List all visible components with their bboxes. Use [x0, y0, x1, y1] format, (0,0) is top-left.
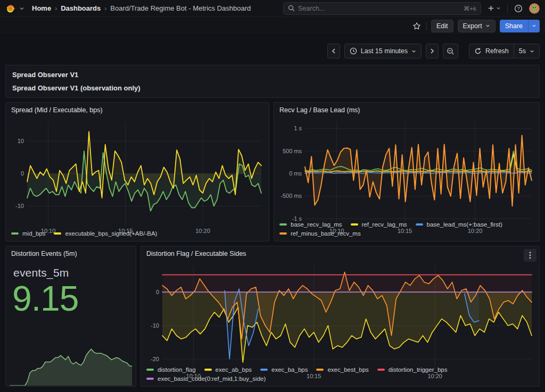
- panel-spread: Spread (Mid / Executable, bps) 100-1010:…: [5, 102, 269, 241]
- legend-swatch: [146, 378, 154, 380]
- legend-item[interactable]: exec_best_bps: [316, 366, 368, 373]
- recv-lag-chart[interactable]: 1 s500 ms0 ms-500 ms-1 s10:1010:1510:20: [277, 116, 536, 220]
- top-nav: Home › Dashboards › Board/Trade Regime B…: [0, 0, 545, 17]
- series-fill: [162, 275, 532, 293]
- legend-item[interactable]: exec_basis_code(0:ref_mid,1:buy_side): [146, 376, 266, 382]
- panel-title[interactable]: Recv Lag / Base Lead (ms): [274, 103, 539, 115]
- legend-label: base_lead_ms(+:base_first): [427, 221, 502, 228]
- svg-text:?: ?: [517, 6, 520, 11]
- time-shift-forward-button[interactable]: [426, 44, 439, 59]
- grafana-logo[interactable]: [5, 3, 16, 14]
- chart-svg: 0-10-2010:1010:1510:20: [144, 260, 536, 381]
- time-range-label: Last 15 minutes: [361, 47, 408, 55]
- legend-item[interactable]: mid_bps: [11, 230, 45, 237]
- legend-label: exec_basis_code(0:ref_mid,1:buy_side): [158, 376, 266, 382]
- legend-item[interactable]: base_lead_ms(+:base_first): [416, 221, 502, 228]
- legend-item[interactable]: ref_minus_base_recv_ms: [279, 230, 361, 237]
- legend-swatch: [377, 369, 385, 371]
- panel-title[interactable]: Distortion Flag / Executable Sides: [141, 246, 539, 259]
- legend-label: ref_recv_lag_ms: [362, 221, 407, 228]
- legend-item[interactable]: base_recv_lag_ms: [279, 221, 342, 228]
- export-label: Export: [463, 22, 482, 30]
- spread-chart[interactable]: 100-1010:1010:1510:20: [9, 116, 266, 229]
- plus-icon: [488, 5, 494, 12]
- y-tick-label: 500 ms: [283, 148, 302, 154]
- star-icon: [412, 22, 421, 30]
- zoom-out-button[interactable]: [443, 44, 458, 59]
- search-field[interactable]: [298, 5, 460, 12]
- recv-lag-legend: base_recv_lag_msref_recv_lag_msbase_lead…: [274, 220, 539, 241]
- y-tick-label: -500 ms: [280, 193, 302, 199]
- user-avatar[interactable]: [529, 3, 540, 14]
- chevron-down-icon: [485, 23, 490, 28]
- breadcrumb-home[interactable]: Home: [32, 4, 51, 12]
- nav-divider: [507, 4, 508, 13]
- stat-value: 9.15: [6, 279, 136, 317]
- chevron-down-icon: [496, 6, 501, 11]
- new-menu-button[interactable]: [486, 4, 502, 13]
- legend-item[interactable]: ref_recv_lag_ms: [351, 221, 407, 228]
- search-shortcut: ⌘+k: [464, 5, 476, 12]
- panel-menu-button[interactable]: [524, 249, 536, 262]
- chart-svg: [10, 341, 132, 386]
- legend-swatch: [204, 369, 212, 371]
- legend-label: exec_best_bps: [327, 366, 368, 373]
- legend-item[interactable]: exec_ba_bps: [260, 366, 308, 373]
- legend-item[interactable]: distortion_trigger_bps: [377, 366, 448, 373]
- distortion-flag-chart[interactable]: 0-10-2010:1010:1510:20: [144, 260, 536, 365]
- legend-swatch: [316, 369, 324, 371]
- stat-metric-name: events_5m: [6, 259, 136, 279]
- breadcrumb-separator: ›: [104, 5, 106, 12]
- edit-button[interactable]: Edit: [431, 20, 453, 32]
- chevron-right-icon: [430, 48, 435, 54]
- zoom-out-icon: [447, 47, 455, 55]
- breadcrumb-dashboards[interactable]: Dashboards: [61, 4, 101, 12]
- stat-sparkline: [10, 341, 132, 386]
- breadcrumb: Home › Dashboards › Board/Trade Regime B…: [32, 4, 251, 12]
- legend-swatch: [416, 223, 423, 226]
- search-icon: [288, 5, 295, 12]
- legend-item[interactable]: distortion_flag: [146, 366, 196, 373]
- y-tick-label: -20: [151, 356, 159, 362]
- refresh-button[interactable]: Refresh: [469, 44, 514, 58]
- row-title[interactable]: Spread Observer V1: [12, 71, 533, 79]
- legend-item[interactable]: exec_ab_bps: [204, 366, 252, 373]
- y-tick-label: 10: [18, 138, 24, 144]
- legend-label: distortion_trigger_bps: [389, 366, 448, 373]
- org-switcher-chevron-icon[interactable]: [19, 6, 24, 11]
- time-shift-back-button[interactable]: [327, 44, 340, 59]
- refresh-interval-picker[interactable]: 5s: [514, 44, 539, 58]
- y-tick-label: 0 ms: [289, 170, 302, 177]
- panel-distortion-events: Distortion Events (5m) events_5m 9.15: [5, 246, 136, 387]
- y-tick-label: -10: [15, 203, 24, 209]
- legend-swatch: [279, 223, 287, 226]
- refresh-group: Refresh 5s: [469, 44, 540, 59]
- help-icon: ?: [514, 4, 523, 13]
- refresh-interval-label: 5s: [519, 47, 526, 55]
- chart-svg: 1 s500 ms0 ms-500 ms-1 s10:1010:1510:20: [277, 116, 536, 236]
- toolbar-divider: [426, 22, 427, 30]
- chart-svg: 100-1010:1010:1510:20: [9, 116, 266, 236]
- legend-label: exec_ab_bps: [216, 366, 252, 373]
- share-menu-button[interactable]: [528, 20, 540, 32]
- breadcrumb-current: Board/Trade Regime Bot - Metrics Dashboa…: [110, 4, 251, 12]
- share-button[interactable]: Share: [500, 20, 528, 32]
- legend-item[interactable]: executable_bps_signed(+AB/-BA): [54, 230, 157, 237]
- panel-title[interactable]: Spread (Mid / Executable, bps): [6, 103, 269, 115]
- breadcrumb-separator: ›: [55, 5, 57, 12]
- star-button[interactable]: [411, 21, 422, 31]
- chevron-down-icon: [530, 49, 534, 54]
- spread-legend: mid_bpsexecutable_bps_signed(+AB/-BA): [6, 229, 269, 241]
- help-button[interactable]: ?: [513, 3, 524, 14]
- legend-label: mid_bps: [22, 230, 45, 237]
- dashboard-canvas: Last 15 minutes Refresh 5s Spread Observ…: [0, 44, 545, 387]
- time-range-picker[interactable]: Last 15 minutes: [344, 44, 422, 59]
- search-input[interactable]: ⌘+k: [283, 2, 481, 15]
- y-tick-label: -10: [151, 322, 159, 329]
- export-button[interactable]: Export: [458, 20, 496, 32]
- legend-swatch: [260, 369, 268, 371]
- panel-recv-lag: Recv Lag / Base Lead (ms) 1 s500 ms0 ms-…: [274, 102, 540, 241]
- panel-title[interactable]: Distortion Events (5m): [6, 246, 136, 259]
- legend-swatch: [54, 232, 61, 235]
- time-controls: Last 15 minutes Refresh 5s: [5, 44, 540, 59]
